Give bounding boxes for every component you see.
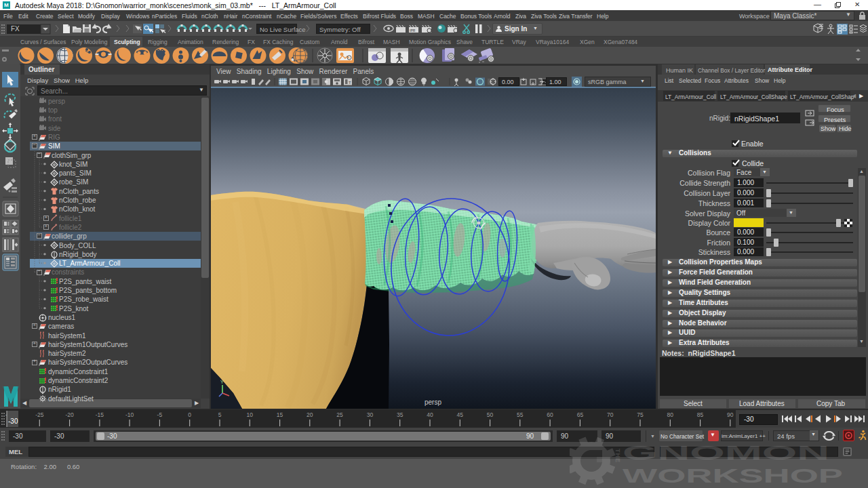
svg-text:10: 10 [247,411,254,418]
svg-text:45: 45 [457,411,464,418]
svg-text:0: 0 [188,411,191,418]
svg-text:-20: -20 [65,411,74,418]
svg-text:85: 85 [697,411,704,418]
svg-text:35: 35 [397,411,403,418]
svg-text:-25: -25 [35,411,44,418]
svg-text:T: T [349,81,351,85]
svg-text:WORKSHOP: WORKSHOP [623,464,843,487]
svg-text:60: 60 [547,411,553,418]
svg-text:IPR: IPR [410,28,416,33]
svg-text:15: 15 [277,411,283,418]
svg-text:20: 20 [307,411,313,418]
svg-text:75: 75 [637,411,644,418]
svg-text:GNOMON: GNOMON [623,441,829,464]
svg-text:-5: -5 [157,411,163,418]
svg-text:40: 40 [427,411,433,418]
svg-text:persp: persp [425,399,441,406]
svg-text:5: 5 [218,411,222,418]
svg-text:50: 50 [487,411,494,418]
svg-text:30: 30 [367,411,374,418]
svg-text:70: 70 [607,411,614,418]
svg-text:65: 65 [577,411,584,418]
svg-text:Y: Y [220,380,224,384]
svg-text:55: 55 [517,411,524,418]
svg-text:FX: FX [11,25,20,33]
svg-text:80: 80 [667,411,674,418]
svg-text:25: 25 [336,411,343,418]
svg-text:-15: -15 [96,411,104,418]
svg-text:90: 90 [727,411,734,418]
svg-text:THE: THE [614,449,621,463]
svg-text:-10: -10 [125,411,134,418]
svg-text:-30: -30 [8,418,18,425]
